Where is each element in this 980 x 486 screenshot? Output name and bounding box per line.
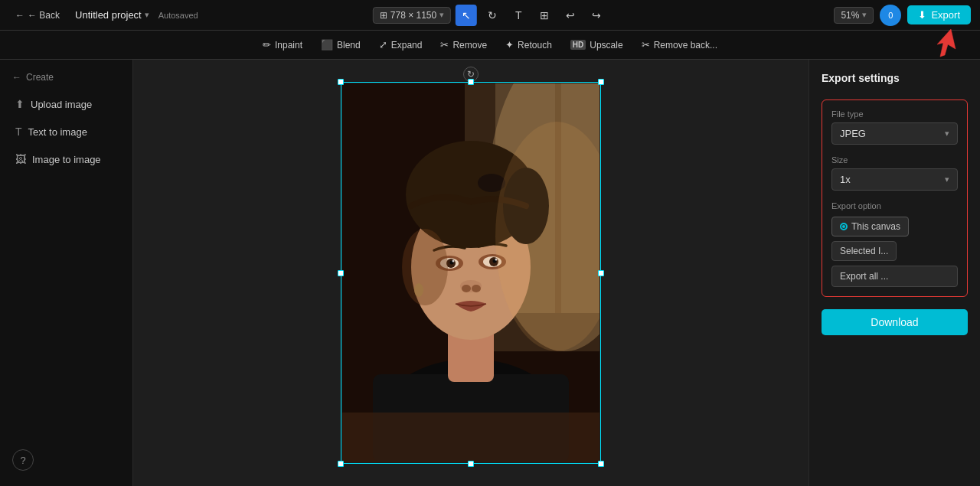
cursor-tool[interactable]: ↖: [456, 5, 477, 26]
autosaved-label: Autosaved: [158, 11, 198, 20]
canvas-image: [342, 83, 599, 462]
file-type-value: JPEG: [840, 128, 866, 139]
remove-icon: ✂: [440, 39, 449, 51]
sidebar-item-upload-image[interactable]: ⬆ Upload image: [6, 92, 126, 116]
help-button[interactable]: ?: [12, 449, 34, 471]
blend-label: Blend: [337, 40, 361, 51]
rotate-tool[interactable]: ↻: [482, 5, 503, 26]
expand-icon: ⤢: [379, 39, 387, 51]
undo-button[interactable]: ↩: [560, 5, 581, 26]
project-title-text: Untitled project: [75, 9, 142, 21]
topbar-right: 51% ▾ 0 ⬇ Export: [834, 5, 971, 26]
upload-image-icon: ⬆: [15, 98, 24, 110]
canvas-image-container: ↻: [342, 83, 599, 462]
sidebar: ← Create ⬆ Upload image T Text to image …: [0, 60, 133, 486]
svg-point-22: [462, 285, 471, 292]
remove-background-icon: ✂: [642, 39, 650, 51]
inpaint-button[interactable]: ✏ Inpaint: [255, 36, 310, 54]
selected-layers-label: Selected I...: [840, 246, 888, 256]
file-type-chevron: ▾: [945, 129, 949, 139]
export-option-buttons: This canvas Selected I...: [831, 217, 958, 261]
collab-icon: 0: [880, 5, 901, 26]
secondary-toolbar: ✏ Inpaint ⬛ Blend ⤢ Expand ✂ Remove ✦ Re…: [0, 31, 980, 60]
redo-button[interactable]: ↪: [586, 5, 607, 26]
upscale-label: Upscale: [590, 40, 622, 51]
topbar: ← ← Back Untitled project ▾ Autosaved ⊞ …: [0, 0, 980, 31]
file-type-select[interactable]: JPEG ▾: [831, 122, 958, 145]
radio-dot-inner: [842, 225, 845, 228]
rotate-handle[interactable]: ↻: [463, 67, 479, 82]
svg-rect-26: [342, 413, 599, 462]
retouch-icon: ✦: [505, 39, 514, 51]
svg-point-25: [402, 229, 448, 305]
link-tool[interactable]: ⊞: [534, 5, 555, 26]
image-to-image-icon: 🖼: [15, 153, 26, 165]
upscale-button[interactable]: HD Upscale: [563, 37, 631, 54]
retouch-button[interactable]: ✦ Retouch: [498, 36, 560, 54]
export-panel-title: Export settings: [822, 72, 968, 84]
remove-label: Remove: [452, 40, 487, 51]
inpaint-label: Inpaint: [275, 40, 302, 51]
zoom-selector[interactable]: 51% ▾: [834, 7, 874, 24]
main-content: ← Create ⬆ Upload image T Text to image …: [0, 60, 980, 486]
remove-back-label: Remove back...: [654, 40, 717, 51]
size-field: Size 1x ▾: [831, 155, 958, 191]
size-select[interactable]: 1x ▾: [831, 168, 958, 191]
expand-button[interactable]: ⤢ Expand: [371, 36, 430, 54]
download-button[interactable]: Download: [822, 309, 968, 335]
back-button[interactable]: ← ← Back: [9, 7, 66, 24]
text-to-image-icon: T: [15, 126, 22, 138]
sidebar-item-image-to-image[interactable]: 🖼 Image to image: [6, 147, 126, 171]
remove-button[interactable]: ✂ Remove: [433, 36, 495, 54]
canvas-area[interactable]: ↻: [133, 60, 808, 486]
download-label: Download: [871, 316, 918, 328]
image-to-image-label: Image to image: [32, 154, 101, 165]
project-title-chevron: ▾: [145, 10, 149, 20]
export-all-label: Export all ...: [840, 271, 888, 282]
size-chevron: ▾: [945, 175, 949, 184]
topbar-center: ⊞ 778 × 1150 ▾ ↖ ↻ T ⊞ ↩ ↪: [373, 5, 607, 26]
zoom-chevron: ▾: [862, 10, 867, 20]
retouch-label: Retouch: [518, 40, 552, 51]
tool-icons: ↖ ↻ T ⊞: [456, 5, 555, 26]
photo-svg: [342, 83, 599, 462]
zoom-level: 51%: [841, 10, 859, 21]
selected-layers-option[interactable]: Selected I...: [831, 241, 897, 261]
create-label-text: Create: [26, 72, 54, 83]
export-label: Export: [931, 9, 960, 21]
this-canvas-option[interactable]: This canvas: [831, 217, 909, 236]
help-icon: ?: [20, 455, 25, 466]
blend-icon: ⬛: [321, 39, 333, 51]
back-label: ← Back: [28, 10, 60, 21]
project-title[interactable]: Untitled project ▾: [75, 9, 149, 21]
sidebar-create-label: ← Create: [6, 69, 126, 89]
collab-count: 0: [888, 11, 893, 20]
upload-image-label: Upload image: [31, 99, 92, 110]
export-panel: Export settings File type JPEG ▾ Size 1x…: [808, 60, 980, 486]
svg-point-23: [472, 285, 481, 292]
remove-background-button[interactable]: ✂ Remove back...: [634, 36, 725, 54]
inpaint-icon: ✏: [263, 39, 271, 51]
create-icon: ←: [12, 72, 21, 83]
canvas-size-chevron: ▾: [439, 10, 444, 20]
sidebar-item-text-to-image[interactable]: T Text to image: [6, 119, 126, 144]
upscale-icon: HD: [570, 40, 586, 50]
red-arrow-icon: [928, 28, 959, 58]
sidebar-bottom: ?: [6, 443, 126, 477]
text-tool[interactable]: T: [508, 5, 529, 26]
canvas-size-selector[interactable]: ⊞ 778 × 1150 ▾: [373, 7, 451, 24]
undo-redo: ↩ ↪: [560, 5, 607, 26]
svg-point-19: [452, 260, 455, 263]
export-button[interactable]: ⬇ Export: [907, 5, 971, 24]
size-label: Size: [831, 155, 958, 165]
export-all-button[interactable]: Export all ...: [831, 266, 958, 287]
canvas-size-icon: ⊞: [380, 10, 387, 21]
size-value: 1x: [840, 174, 851, 185]
canvas-size-value: 778 × 1150: [390, 10, 436, 21]
export-download-icon: ⬇: [918, 9, 926, 21]
export-settings-box: File type JPEG ▾ Size 1x ▾ Export option: [822, 99, 968, 297]
text-to-image-label: Text to image: [28, 126, 87, 138]
blend-button[interactable]: ⬛ Blend: [313, 36, 368, 54]
back-arrow-icon: ←: [15, 10, 24, 21]
file-type-label: File type: [831, 109, 958, 119]
